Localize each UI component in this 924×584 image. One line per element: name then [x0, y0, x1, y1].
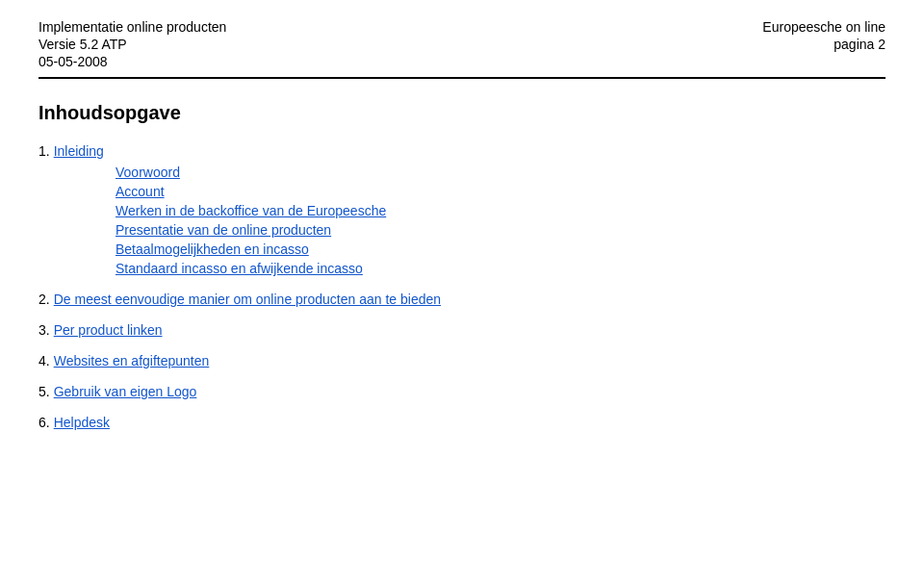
- header-version: Versie 5.2 ATP: [38, 37, 226, 52]
- toc-sub-link-1-3[interactable]: Werken in de backoffice van de Europeesc…: [116, 203, 386, 218]
- toc-section-6: 6.Helpdesk: [38, 415, 886, 430]
- toc-item-4: 4.Websites en afgiftepunten: [38, 353, 886, 368]
- toc-section-3: 3.Per product linken: [38, 322, 886, 338]
- toc-sub-item-1-6: Standaard incasso en afwijkende incasso: [116, 261, 886, 276]
- header-divider: [38, 77, 886, 79]
- toc-item-6: 6.Helpdesk: [38, 415, 886, 430]
- toc-sub-list-1: VoorwoordAccountWerken in de backoffice …: [116, 165, 886, 276]
- toc-sub-link-1-1[interactable]: Voorwoord: [116, 165, 180, 180]
- toc-item-2: 2.De meest eenvoudige manier om online p…: [38, 292, 886, 307]
- toc-link-6[interactable]: Helpdesk: [54, 415, 110, 430]
- page-heading: Inhoudsopgave: [38, 102, 886, 124]
- toc-item-5: 5.Gebruik van eigen Logo: [38, 384, 886, 399]
- toc-link-4[interactable]: Websites en afgiftepunten: [54, 353, 210, 368]
- header-date: 05-05-2008: [38, 54, 226, 69]
- page-header: Implementatie online producten Versie 5.…: [38, 19, 886, 69]
- header-page: pagina 2: [834, 37, 886, 52]
- toc-link-2[interactable]: De meest eenvoudige manier om online pro…: [54, 292, 441, 307]
- toc-number-5: 5.: [38, 384, 50, 399]
- toc-number-6: 6.: [38, 415, 50, 430]
- toc-item-3: 3.Per product linken: [38, 322, 886, 338]
- toc-sub-item-1-1: Voorwoord: [116, 165, 886, 180]
- toc-number-3: 3.: [38, 322, 50, 338]
- toc-link-3[interactable]: Per product linken: [54, 322, 163, 338]
- toc-sub-item-1-3: Werken in de backoffice van de Europeesc…: [116, 203, 886, 218]
- toc-item-1: 1.Inleiding: [38, 143, 886, 159]
- toc-section-1: 1.InleidingVoorwoordAccountWerken in de …: [38, 143, 886, 276]
- header-title: Implementatie online producten: [38, 19, 226, 35]
- toc-number-4: 4.: [38, 353, 50, 368]
- toc-section-4: 4.Websites en afgiftepunten: [38, 353, 886, 368]
- toc-sub-link-1-6[interactable]: Standaard incasso en afwijkende incasso: [116, 261, 363, 276]
- header-company: Europeesche on line: [762, 19, 886, 35]
- toc-sub-item-1-4: Presentatie van de online producten: [116, 222, 886, 238]
- header-left: Implementatie online producten Versie 5.…: [38, 19, 226, 69]
- toc-section-5: 5.Gebruik van eigen Logo: [38, 384, 886, 399]
- toc-number-2: 2.: [38, 292, 50, 307]
- toc-link-5[interactable]: Gebruik van eigen Logo: [54, 384, 197, 399]
- toc-sub-item-1-2: Account: [116, 184, 886, 199]
- toc-number-1: 1.: [38, 143, 50, 159]
- header-right: Europeesche on line pagina 2: [762, 19, 886, 52]
- toc-link-1[interactable]: Inleiding: [54, 143, 104, 159]
- toc-sub-link-1-2[interactable]: Account: [116, 184, 165, 199]
- toc-sub-link-1-4[interactable]: Presentatie van de online producten: [116, 222, 331, 238]
- toc-sub-item-1-5: Betaalmogelijkheden en incasso: [116, 241, 886, 257]
- table-of-contents: 1.InleidingVoorwoordAccountWerken in de …: [38, 143, 886, 430]
- toc-sub-link-1-5[interactable]: Betaalmogelijkheden en incasso: [116, 241, 309, 257]
- toc-section-2: 2.De meest eenvoudige manier om online p…: [38, 292, 886, 307]
